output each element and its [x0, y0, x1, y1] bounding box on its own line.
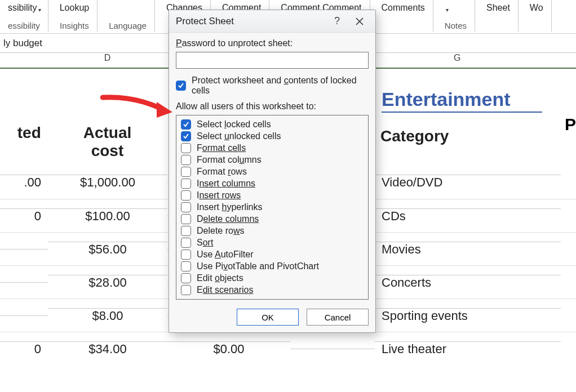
- permission-checkbox[interactable]: [181, 261, 191, 271]
- mnemonic: nsert columns: [199, 179, 255, 188]
- ribbon-group[interactable]: Wo: [522, 0, 552, 32]
- col-header-d[interactable]: D: [48, 53, 167, 68]
- label-text: Use Pi: [197, 261, 223, 271]
- allow-list-label: Allow all users of this worksheet to:: [176, 101, 369, 112]
- label-text: bjects: [220, 273, 243, 283]
- cell-projected[interactable]: [0, 315, 48, 316]
- label-text: Use: [197, 250, 215, 259]
- ribbon-bottom-label: essibility: [8, 21, 40, 30]
- cell-projected[interactable]: 0: [0, 208, 48, 224]
- ribbon-group[interactable]: LookupInsights: [52, 0, 98, 32]
- cell-projected[interactable]: [0, 282, 48, 283]
- ribbon-top-label: Sheet: [486, 2, 510, 13]
- permission-checkbox[interactable]: [181, 226, 191, 236]
- label-text: otTable and PivotChart: [228, 261, 319, 271]
- mnemonic: elete columns: [203, 214, 259, 224]
- cell-actual-cost[interactable]: $8.00: [48, 308, 167, 323]
- permission-checkbox[interactable]: [181, 131, 191, 141]
- permission-row: Sort: [181, 238, 366, 248]
- permission-checkbox[interactable]: [181, 179, 191, 189]
- ribbon-group[interactable]: Language: [101, 0, 155, 32]
- help-button[interactable]: ?: [326, 12, 348, 31]
- permission-list: Select locked cellsSelect unlocked cells…: [176, 115, 369, 300]
- cell-category[interactable]: Live theater: [375, 341, 561, 357]
- col-header-projected[interactable]: ted: [0, 115, 48, 160]
- name-box[interactable]: ly budget: [3, 38, 42, 49]
- chevron-down-icon: ▾: [446, 7, 449, 13]
- chevron-down-icon: ▾: [38, 7, 41, 13]
- permission-checkbox[interactable]: [181, 214, 191, 224]
- password-input[interactable]: [176, 52, 369, 69]
- ribbon-bottom-label: Language: [109, 21, 147, 30]
- ribbon-group[interactable]: ssibility▾essibility: [0, 0, 48, 32]
- permission-checkbox[interactable]: [181, 119, 191, 130]
- cell-actual-cost[interactable]: $1,000.00: [48, 175, 167, 190]
- cell-category[interactable]: Concerts: [375, 275, 561, 290]
- permission-row: Select unlocked cells: [181, 131, 366, 141]
- label-text: Select: [197, 131, 224, 141]
- permission-checkbox[interactable]: [181, 238, 191, 248]
- label-text: E: [197, 285, 203, 295]
- permission-checkbox[interactable]: [181, 273, 191, 283]
- label-text: Format col: [197, 155, 240, 164]
- col-header-actual-cost[interactable]: Actual cost: [48, 115, 167, 178]
- section-title[interactable]: Entertainment: [375, 65, 561, 119]
- mnemonic: w: [233, 226, 240, 235]
- permission-label: Delete rows: [197, 226, 244, 236]
- cell-projected[interactable]: 0: [0, 341, 48, 357]
- permission-label: Use AutoFilter: [197, 250, 253, 260]
- permission-checkbox[interactable]: [181, 190, 191, 201]
- cancel-button[interactable]: Cancel: [307, 309, 369, 326]
- dialog-titlebar[interactable]: Protect Sheet ?: [169, 10, 375, 33]
- permission-checkbox[interactable]: [181, 285, 191, 295]
- mnemonic: ort: [203, 238, 214, 247]
- ribbon-bottom-label: Notes: [445, 21, 467, 30]
- cell-category[interactable]: CDs: [375, 208, 561, 224]
- cell-actual-cost[interactable]: $28.00: [48, 275, 167, 290]
- cell-category[interactable]: Sporting events: [375, 308, 561, 323]
- cell-category[interactable]: Video/DVD: [375, 175, 561, 190]
- cell-projected[interactable]: .00: [0, 175, 48, 190]
- permission-checkbox[interactable]: [181, 155, 191, 165]
- permission-label: Select unlocked cells: [197, 131, 281, 141]
- ok-button[interactable]: OK: [237, 309, 299, 326]
- cell-actual-cost[interactable]: $56.00: [48, 242, 167, 257]
- permission-row: Delete rows: [181, 226, 366, 236]
- label-text: utoFilter: [221, 250, 254, 259]
- col-header-category[interactable]: Category: [374, 115, 559, 163]
- permission-checkbox[interactable]: [181, 143, 191, 153]
- protect-contents-checkbox[interactable]: [176, 81, 186, 91]
- ribbon-group[interactable]: Comments: [374, 0, 433, 32]
- label-text: Format: [197, 167, 228, 176]
- permission-checkbox[interactable]: [181, 250, 191, 260]
- permission-row: Edit scenarios: [181, 285, 366, 295]
- permission-label: Delete columns: [197, 214, 259, 224]
- cell-category[interactable]: Movies: [375, 242, 561, 257]
- ribbon-group[interactable]: Sheet: [478, 0, 519, 32]
- permission-row: Use AutoFilter: [181, 250, 366, 260]
- close-button[interactable]: [348, 12, 371, 31]
- cell[interactable]: $0.00: [167, 341, 290, 357]
- ribbon-top-label: Comments: [382, 2, 425, 13]
- close-icon: [356, 17, 364, 25]
- permission-row: Insert columns: [181, 179, 366, 189]
- ribbon-top-label: ▾: [445, 2, 467, 13]
- col-header-p[interactable]: P: [559, 115, 576, 134]
- cell-projected[interactable]: [0, 249, 48, 250]
- permission-checkbox[interactable]: [181, 167, 191, 177]
- col-header-c[interactable]: [0, 53, 48, 68]
- permission-row: Format columns: [181, 155, 366, 165]
- permission-label: Sort: [197, 238, 213, 248]
- ribbon-group[interactable]: ▾Notes: [437, 0, 475, 32]
- permission-row: Delete columns: [181, 214, 366, 224]
- permission-checkbox[interactable]: [181, 202, 191, 212]
- mnemonic: c: [284, 75, 289, 85]
- cell-actual-cost[interactable]: $100.00: [48, 208, 167, 224]
- cell[interactable]: [290, 349, 375, 349]
- mnemonic: P: [176, 38, 182, 48]
- permission-label: Use PivotTable and PivotChart: [197, 261, 319, 271]
- permission-row: Insert rows: [181, 190, 366, 201]
- label-text: Delete ro: [197, 226, 233, 235]
- protect-contents-label: Protect worksheet and contents of locked…: [192, 75, 369, 96]
- cell-actual-cost[interactable]: $34.00: [48, 341, 167, 357]
